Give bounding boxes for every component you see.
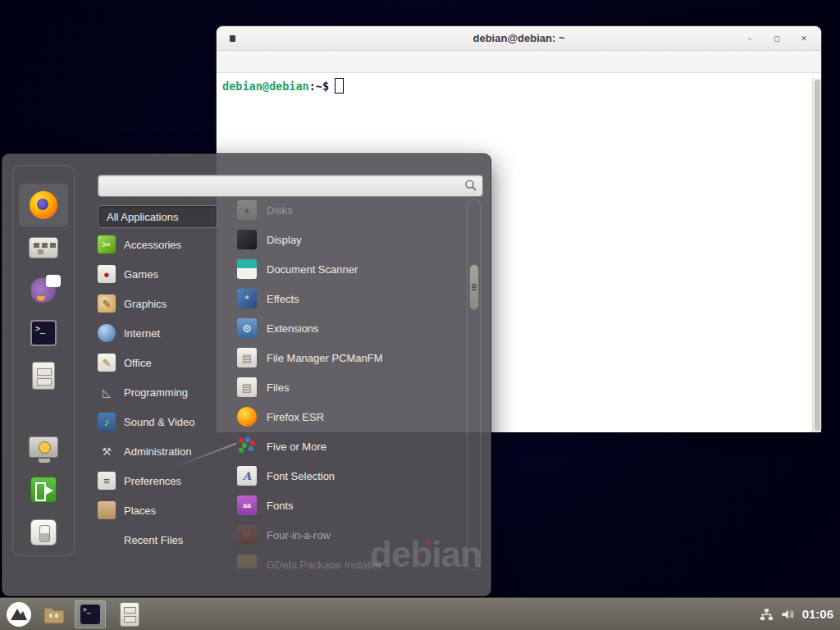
firefox-favorite-icon xyxy=(30,191,57,219)
terminal-window-icon xyxy=(230,35,235,42)
places-folder-icon xyxy=(98,501,116,519)
file-manager-launcher-icon[interactable] xyxy=(42,602,66,627)
office-icon: ✎ xyxy=(98,354,116,372)
close-button[interactable]: ✕ xyxy=(798,33,810,44)
category-item[interactable]: ♪ Sound & Video xyxy=(98,407,229,436)
categories-list: ✂ Accessories ● Games ✎ Graphics Interne… xyxy=(98,230,229,555)
categories-column: All Applications ✂ Accessories ● Games ✎… xyxy=(98,205,229,555)
terminal-title: debian@debian: ~ xyxy=(473,32,565,44)
terminal-titlebar[interactable]: debian@debian: ~ − ◻ ✕ xyxy=(217,26,821,51)
volume-icon[interactable] xyxy=(781,608,795,621)
terminal-scrollbar-handle[interactable] xyxy=(815,80,820,431)
application-item[interactable]: Five or More xyxy=(237,431,463,461)
application-item[interactable]: ▤ File Manager PCManFM xyxy=(237,343,463,372)
preferences-icon: ≡ xyxy=(98,472,116,490)
debian-watermark: debian xyxy=(370,536,482,573)
font-selection-icon: A xyxy=(237,466,257,486)
pidgin-messenger-icon xyxy=(31,278,56,303)
favorite-item[interactable] xyxy=(19,397,68,426)
clock[interactable]: 01:06 xyxy=(802,607,833,621)
favorite-item[interactable] xyxy=(19,226,68,269)
extensions-gear-icon: ⚙ xyxy=(237,318,257,338)
menubar-item[interactable] xyxy=(269,58,284,65)
document-scanner-icon xyxy=(237,259,257,279)
system-tray: 01:06 xyxy=(760,607,840,621)
desktop: { "theme": { "desktop_bg": "#020218", "m… xyxy=(0,0,840,630)
application-item[interactable]: ⚙ Extensions xyxy=(237,313,463,343)
applications-scrollbar[interactable] xyxy=(467,199,481,570)
favorite-item[interactable]: >_ xyxy=(19,312,68,354)
application-item[interactable]: ▤ Files xyxy=(237,372,463,402)
programming-icon: ◺ xyxy=(98,383,116,401)
graphics-icon: ✎ xyxy=(98,294,116,313)
terminal-favorite-icon: >_ xyxy=(30,320,57,346)
five-or-more-icon xyxy=(237,436,257,456)
category-item[interactable]: ● Games xyxy=(98,259,229,289)
search-box xyxy=(98,175,483,197)
file-cabinet-icon xyxy=(120,602,139,627)
terminal-menubar xyxy=(217,51,821,73)
category-item[interactable]: Places xyxy=(98,495,229,525)
search-input[interactable] xyxy=(98,175,483,197)
application-item[interactable]: ● Disks xyxy=(237,195,463,225)
window-controls: − ◻ ✕ xyxy=(744,26,810,51)
files-launcher[interactable] xyxy=(117,600,142,628)
application-item[interactable]: Firefox ESR xyxy=(237,402,463,431)
category-item[interactable]: ⚒ Administration xyxy=(98,436,229,466)
firefox-icon xyxy=(237,407,257,427)
application-item[interactable]: * Effects xyxy=(237,284,463,313)
effects-icon: * xyxy=(237,289,257,308)
category-item[interactable]: ◺ Programming xyxy=(98,377,229,407)
category-item[interactable]: Recent Files xyxy=(98,525,229,555)
lock-screen-icon xyxy=(29,436,58,458)
favorite-item[interactable] xyxy=(19,354,68,397)
all-applications-button[interactable]: All Applications xyxy=(98,205,217,228)
category-item[interactable]: Internet xyxy=(98,318,229,348)
application-item[interactable]: A Font Selection xyxy=(237,461,463,491)
category-item[interactable]: ✎ Graphics xyxy=(98,289,229,318)
terminal-task-button[interactable]: >_ xyxy=(75,600,106,628)
search-icon xyxy=(464,179,477,192)
menubar-item[interactable] xyxy=(225,58,240,65)
favorite-item[interactable] xyxy=(19,269,68,312)
terminal-icon: >_ xyxy=(80,604,101,625)
start-menu: >_ All Applications ✂ Accessorie xyxy=(2,153,491,596)
application-item[interactable]: Document Scanner xyxy=(237,254,463,284)
accessories-icon: ✂ xyxy=(98,235,116,253)
menubar-item[interactable] xyxy=(254,58,269,65)
category-item[interactable]: ≡ Preferences xyxy=(98,466,229,495)
prompt-user-host: debian@debian xyxy=(222,80,309,93)
terminal-prompt: debian@debian:~$ xyxy=(222,78,821,94)
favorite-item[interactable] xyxy=(19,426,68,468)
network-icon[interactable] xyxy=(760,608,774,621)
fonts-icon: aa xyxy=(237,495,257,515)
terminal-cursor xyxy=(335,78,344,94)
category-item[interactable]: ✂ Accessories xyxy=(98,230,229,259)
games-icon: ● xyxy=(98,265,116,283)
applications-list: ● Disks Display Document Scanner * Effec… xyxy=(237,195,463,568)
menubar-item[interactable] xyxy=(240,58,254,65)
applications-scrollbar-handle[interactable] xyxy=(469,264,479,310)
debian-watermark-dot xyxy=(427,541,432,546)
internet-globe-icon xyxy=(98,324,116,342)
menubar-item[interactable] xyxy=(299,58,313,65)
maximize-button[interactable]: ◻ xyxy=(771,33,783,44)
files-icon: ▤ xyxy=(237,377,257,397)
favorite-item[interactable] xyxy=(19,511,68,554)
favorites-column: >_ xyxy=(12,165,75,556)
application-item[interactable]: Display xyxy=(237,225,463,254)
minimize-button[interactable]: − xyxy=(744,33,756,44)
logout-icon xyxy=(30,477,57,503)
start-menu-button[interactable] xyxy=(6,601,32,628)
sound-video-icon: ♪ xyxy=(98,413,116,431)
favorite-item[interactable] xyxy=(19,468,68,511)
favorite-item[interactable] xyxy=(19,184,68,226)
menubar-item[interactable] xyxy=(284,58,299,65)
file-manager-icon: ▤ xyxy=(237,348,257,368)
taskbar: >_ 01:06 xyxy=(0,597,840,630)
gdebi-installer-icon xyxy=(237,555,257,568)
category-item[interactable]: ✎ Office xyxy=(98,348,229,377)
disks-icon: ● xyxy=(237,200,257,220)
terminal-scrollbar[interactable] xyxy=(812,78,821,432)
application-item[interactable]: aa Fonts xyxy=(237,491,463,520)
